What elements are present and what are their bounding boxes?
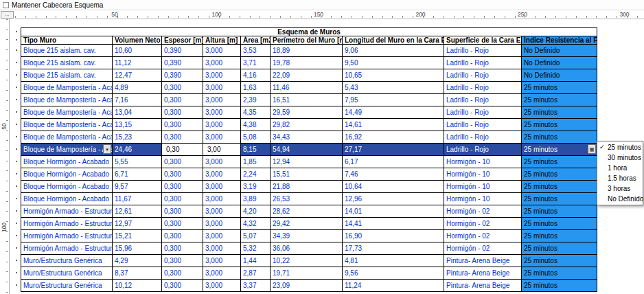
- combo-drop-button[interactable]: ▦: [588, 144, 596, 154]
- table-cell[interactable]: 25 minutos: [522, 181, 597, 193]
- column-header[interactable]: Índice Resistencia al Fuego: [522, 36, 597, 45]
- table-cell[interactable]: 29,42: [271, 218, 343, 230]
- table-cell[interactable]: 12,97: [113, 218, 162, 230]
- table-cell[interactable]: 5,55: [113, 156, 162, 168]
- table-cell[interactable]: 13,04: [113, 106, 162, 119]
- table-cell[interactable]: 11,24: [343, 280, 444, 292]
- table-cell[interactable]: Ladrillo - Rojo: [444, 69, 522, 82]
- table-cell[interactable]: 0,300: [162, 119, 203, 131]
- table-cell[interactable]: 9,50: [343, 57, 444, 69]
- table-cell[interactable]: 25 minutos: [522, 193, 597, 205]
- column-header[interactable]: Altura [m]: [203, 36, 241, 45]
- table-cell[interactable]: 13,15: [113, 119, 162, 131]
- table-cell[interactable]: Bloque 215 aislam. cav.: [21, 69, 113, 82]
- table-row[interactable]: Bloque 215 aislam. cav.12,470,3903,0004,…: [21, 69, 597, 82]
- column-header[interactable]: Longitud del Muro en la Cara Exterior: [343, 36, 444, 45]
- table-cell[interactable]: 54,94: [271, 144, 343, 156]
- table-cell[interactable]: 3,000: [203, 267, 241, 280]
- table-cell[interactable]: 25 minutos: [522, 94, 597, 106]
- table-cell[interactable]: 3,000: [203, 45, 241, 57]
- table-cell[interactable]: 36,06: [271, 242, 343, 255]
- table-cell[interactable]: 10,60: [113, 45, 162, 57]
- table-cell[interactable]: 34,39: [271, 230, 343, 242]
- table-cell[interactable]: 3,000: [203, 205, 241, 218]
- table-cell[interactable]: 3,71: [241, 57, 271, 69]
- column-header[interactable]: Espesor [m]: [162, 36, 203, 45]
- table-cell[interactable]: 6,17: [343, 156, 444, 168]
- table-cell[interactable]: 0,300: [162, 131, 203, 144]
- dropdown-item[interactable]: 1.5 horas: [597, 173, 643, 183]
- table-cell[interactable]: Ladrillo - Rojo: [444, 82, 522, 94]
- table-cell[interactable]: 25 minutos: [522, 205, 597, 218]
- table-row[interactable]: Muro/Estructura Genérica8,370,3003,0002,…: [21, 267, 597, 280]
- table-cell[interactable]: 3,000: [203, 230, 241, 242]
- table-cell[interactable]: 25 minutos: [522, 230, 597, 242]
- table-cell[interactable]: 22,09: [271, 69, 343, 82]
- table-cell[interactable]: 3,000: [203, 131, 241, 144]
- table-cell[interactable]: 3,000: [203, 94, 241, 106]
- table-cell[interactable]: 0,300: [162, 242, 203, 255]
- table-cell[interactable]: 0,300: [162, 82, 203, 94]
- table-cell[interactable]: 16,90: [343, 230, 444, 242]
- table-cell[interactable]: Hormigón - 02: [444, 218, 522, 230]
- table-cell[interactable]: Ladrillo - Rojo: [444, 106, 522, 119]
- table-cell[interactable]: 3,89: [241, 193, 271, 205]
- column-header[interactable]: Superficie de la Cara Exterior: [444, 36, 522, 45]
- table-cell[interactable]: 9,57: [113, 181, 162, 193]
- table-cell[interactable]: Muro/Estructura Genérica: [21, 255, 113, 267]
- table-cell[interactable]: 25 minutos: [522, 119, 597, 131]
- table-cell[interactable]: 24,46: [113, 144, 162, 156]
- table-cell[interactable]: 15,51: [271, 168, 343, 181]
- table-cell[interactable]: 2,39: [241, 94, 271, 106]
- table-cell[interactable]: Pintura- Arena Beige: [444, 267, 522, 280]
- table-cell[interactable]: Bloque Hormigón - Acabado: [21, 193, 113, 205]
- table-cell[interactable]: 0,300: [162, 267, 203, 280]
- table-cell[interactable]: 25 minutos: [522, 267, 597, 280]
- table-cell[interactable]: 0,300: [162, 181, 203, 193]
- dropdown-item[interactable]: 30 minutos: [597, 152, 643, 163]
- table-cell[interactable]: No Definido: [522, 69, 597, 82]
- table-cell[interactable]: 3,53: [241, 45, 271, 57]
- table-cell[interactable]: 0,390: [162, 57, 203, 69]
- table-cell[interactable]: 14,61: [343, 119, 444, 131]
- table-cell[interactable]: Bloque de Mampostería - Acabado: [21, 106, 113, 119]
- table-cell[interactable]: 34,43: [271, 131, 343, 144]
- table-cell[interactable]: 9,56: [343, 267, 444, 280]
- table-cell[interactable]: Hormigón - 10: [444, 181, 522, 193]
- table-row[interactable]: Bloque Hormigón - Acabado11,670,3003,000…: [21, 193, 597, 205]
- table-cell[interactable]: Hormigón - 02: [444, 205, 522, 218]
- table-cell[interactable]: 2,87: [241, 267, 271, 280]
- table-cell[interactable]: 15,96: [113, 242, 162, 255]
- table-cell[interactable]: Ladrillo - Rojo: [444, 119, 522, 131]
- table-cell[interactable]: 28,62: [271, 205, 343, 218]
- dropdown-item[interactable]: ✓25 minutos: [597, 142, 643, 152]
- table-cell[interactable]: 4,38: [241, 119, 271, 131]
- table-cell[interactable]: 7,46: [343, 168, 444, 181]
- table-cell[interactable]: 11,12: [113, 57, 162, 69]
- table-cell[interactable]: 3,000: [203, 193, 241, 205]
- table-cell[interactable]: 17,73: [343, 242, 444, 255]
- table-cell[interactable]: 4,16: [241, 69, 271, 82]
- table-cell[interactable]: 25 minutos: [522, 131, 597, 144]
- table-cell[interactable]: 4,20: [241, 205, 271, 218]
- table-cell[interactable]: 0,300: [162, 218, 203, 230]
- table-row[interactable]: Bloque de Mampostería - Acabado7,160,300…: [21, 94, 597, 106]
- table-cell[interactable]: 25 minutos: [522, 82, 597, 94]
- table-row[interactable]: Hormigón Armado - Estructural15,960,3003…: [21, 242, 597, 255]
- table-cell[interactable]: Bloque Hormigón - Acabado: [21, 168, 113, 181]
- table-cell[interactable]: 15,23: [113, 131, 162, 144]
- table-cell[interactable]: No Definido: [522, 57, 597, 69]
- table-cell[interactable]: 12,96: [343, 193, 444, 205]
- table-cell[interactable]: 0,300: [162, 230, 203, 242]
- column-header[interactable]: Volumen Neto ...: [113, 36, 162, 45]
- table-cell[interactable]: Ladrillo - Rojo: [444, 57, 522, 69]
- table-row[interactable]: Hormigón Armado - Estructural12,970,3003…: [21, 218, 597, 230]
- table-cell[interactable]: 25 minutos: [522, 168, 597, 181]
- table-cell[interactable]: 27,17: [343, 144, 444, 156]
- table-cell[interactable]: Bloque de Mampostería - Acabado: [21, 131, 113, 144]
- table-cell[interactable]: 1,85: [241, 156, 271, 168]
- table-cell[interactable]: Bloque de Mampostería - Acabado: [21, 119, 113, 131]
- table-cell[interactable]: 4,29: [113, 255, 162, 267]
- table-cell[interactable]: Bloque de Mampostería - Aca...▾: [21, 144, 113, 156]
- table-cell[interactable]: Hormigón - 02: [444, 242, 522, 255]
